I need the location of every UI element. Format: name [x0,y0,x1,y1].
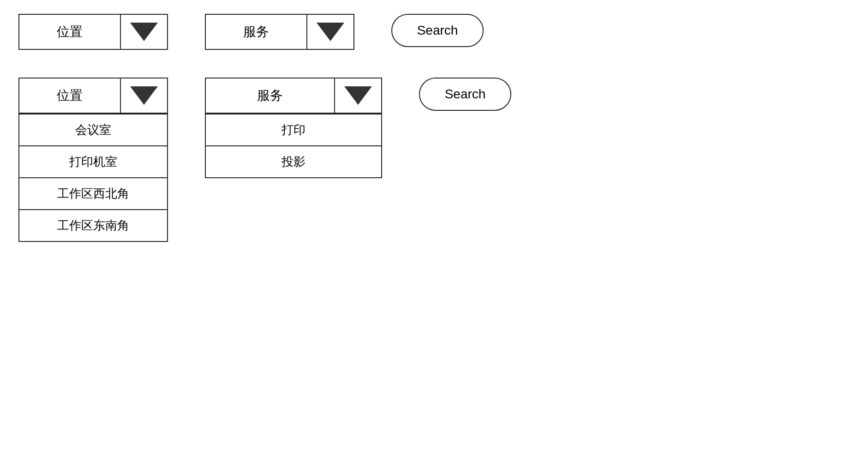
top-row: 位置 服务 Search [18,14,850,50]
bottom-location-arrow-box[interactable] [121,78,167,114]
bottom-location-arrow-icon [130,86,158,105]
list-item[interactable]: 会议室 [19,114,167,145]
bottom-service-arrow-box[interactable] [335,78,381,114]
bottom-location-label: 位置 [19,78,121,114]
top-service-arrow-icon [317,23,344,41]
top-location-label: 位置 [19,15,121,49]
list-item[interactable]: 工作区东南角 [19,209,167,241]
top-service-label: 服务 [206,15,307,49]
bottom-row: 位置 会议室 打印机室 工作区西北角 工作区东南角 服务 打印 投影 Searc… [18,78,850,242]
list-item[interactable]: 工作区西北角 [19,177,167,209]
bottom-service-dropdown[interactable]: 服务 打印 投影 [205,78,382,178]
top-service-dropdown[interactable]: 服务 [205,14,354,50]
page: 位置 服务 Search 位置 会议室 打印机室 工 [0,0,868,464]
bottom-location-dropdown[interactable]: 位置 会议室 打印机室 工作区西北角 工作区东南角 [18,78,168,242]
bottom-service-header: 服务 [206,78,381,114]
top-location-dropdown[interactable]: 位置 [18,14,168,50]
list-item[interactable]: 打印机室 [19,145,167,177]
bottom-search-button[interactable]: Search [419,78,511,111]
list-item[interactable]: 打印 [206,114,381,145]
top-location-arrow-icon [130,23,158,41]
bottom-location-header: 位置 [19,78,167,114]
bottom-service-label: 服务 [206,78,335,114]
top-service-arrow-box[interactable] [307,15,353,49]
bottom-service-arrow-icon [344,86,372,105]
list-item[interactable]: 投影 [206,145,381,177]
top-location-arrow-box[interactable] [121,15,167,49]
top-search-button[interactable]: Search [391,14,484,47]
